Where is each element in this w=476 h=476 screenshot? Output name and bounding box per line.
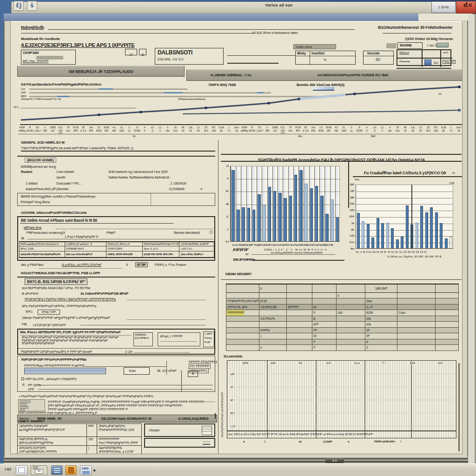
bar	[304, 184, 308, 241]
strip-col: 1.3L66	[187, 126, 194, 133]
lrow-r2b: raceth	[56, 175, 66, 179]
tick1-box[interactable]: 17	[125, 49, 137, 55]
summary-table-cell	[259, 322, 287, 328]
grid-blue-icon[interactable]	[51, 465, 63, 475]
left-table-cell: bGSP P6! OPtP. 9P6 1P6	[142, 251, 179, 258]
strip-col: 17.2	[225, 126, 232, 133]
summary-table-row: a	[226, 292, 459, 298]
bar	[299, 170, 303, 241]
folder-50-icon[interactable]: ▒▒▒ 50	[31, 465, 47, 475]
strip-col: 1.14	[156, 126, 164, 133]
bl-table-cell: IhidPOPDE BPPPPLoL.B9P1S rePaPPPEgPPPPal	[18, 437, 87, 446]
bar	[391, 228, 394, 248]
gantt-divider	[316, 361, 317, 438]
left-table-cell: 3toer. 6. (1-3	[142, 246, 179, 251]
summary-table-cell: P.	[312, 310, 337, 316]
summary-table-cell	[337, 284, 365, 292]
summary-table-cell: a	[337, 292, 365, 298]
summary-table-cell: P.PaPiePP.P9LGPd PaPP	[226, 298, 259, 304]
field2-value[interactable]: E2&.WSL. 0 6. D.0	[158, 58, 183, 61]
teal-chip[interactable]	[436, 43, 449, 47]
strip-col: 1.14	[378, 126, 386, 133]
strip-col: 1.293	[416, 126, 424, 133]
strip-col: 3f36 039	[26, 126, 33, 133]
c2-e3: 2PP	[28, 387, 34, 391]
y-axis-label: PPP	[347, 215, 354, 218]
summary-table-cell: 1BB GMT	[365, 284, 397, 292]
s3-l8: Pf6	[22, 322, 27, 326]
app-icon[interactable]: £j	[13, 1, 24, 11]
grid1-value[interactable]: %	[324, 58, 326, 61]
field1-value[interactable]: BPL.Pec. 1P0P.PP	[23, 60, 48, 63]
field1-chip	[36, 56, 63, 60]
left-tag[interactable]: (BG2OR HOME)	[25, 158, 56, 163]
c2-xrow1: Ve 'u B 3 3c 0b 0f 04 B. 9f 0y 9c 0o 16 …	[356, 251, 427, 253]
right-chip-box: MGfllIE	[397, 42, 423, 49]
cx-b2: APaoL t. PPPPP	[160, 335, 183, 338]
data-point-marker	[354, 93, 356, 95]
s3-l6: RPC	[26, 310, 33, 314]
bar	[263, 205, 266, 241]
strip-col: 6.21C94 76?	[56, 126, 64, 133]
summary-table-cell: 1fTPVLP&. aPie	[226, 304, 259, 310]
gantt-divider	[411, 361, 412, 438]
box2-circle-icon[interactable]	[210, 231, 213, 234]
tab-1[interactable]: SM BEBURSJA JR T3Z/APPLAUDO	[17, 66, 185, 77]
summary-table-cell	[337, 345, 365, 351]
bar	[430, 207, 433, 248]
summary-table-cell	[312, 284, 337, 292]
grid2-value[interactable]: 92	[376, 57, 380, 62]
box2-title: BE Sebte Arcad APbass sant Bacol N 0t Bt	[21, 218, 97, 223]
lrow-r1c: 3Hb toetsont ng Ldtowveoeont f eur (f2f2	[108, 170, 168, 174]
tab-2[interactable]: In.2B08N 33BfB4&.: J lrc	[211, 73, 252, 77]
gantt-left-label: 9P	[230, 399, 234, 402]
bar	[371, 238, 374, 248]
bar	[367, 224, 370, 248]
blue-3469-icon[interactable]: 3469	[80, 465, 92, 475]
summary-table-cell: ee	[312, 304, 337, 310]
close-button[interactable]: d×	[456, 1, 476, 13]
summary-table-cell: P	[312, 339, 337, 345]
blue-3469-label: 3469	[81, 467, 89, 470]
blue-cell[interactable]	[424, 60, 431, 66]
window-title: Varius ad oan	[218, 3, 339, 7]
left-table-cell: fPbPe.PC.3P3c.e P	[106, 242, 143, 246]
lrow-r4c: ≡	[200, 187, 202, 191]
y-axis-label: 10	[221, 165, 229, 167]
right-scroll-rail[interactable]	[458, 363, 460, 451]
bl-table-cell: |	[86, 446, 97, 455]
resize-notch[interactable]: ◄►	[325, 458, 344, 463]
right-panel-title: SGHTilio/fOI badePR AcooubtGe E4U lh DtE…	[258, 158, 424, 162]
line-ytick: 20.1	[13, 106, 18, 108]
summary-table-row: 1fTPVLP&. aPie1 B.0P6.5.5B3PPPPPee3—P	[226, 304, 459, 310]
s3-l6b: PP&? PP	[38, 310, 60, 315]
orange-app-icon[interactable]	[65, 465, 77, 475]
rgrid-r2c1: Pieeoesa	[399, 60, 410, 63]
left-h2: UGGIWL bNeceoIPoe0PO0WbCGrLtete	[21, 211, 87, 215]
summary-table-cell: BOM.	[365, 310, 397, 316]
summary-table-cell	[337, 298, 365, 304]
c2-box1[interactable]: 3i,tec	[124, 367, 150, 375]
dropdown-chip[interactable]: NGfBL2 effL3e	[293, 44, 336, 49]
data-point-marker	[98, 114, 100, 116]
summary-table-cell	[397, 316, 436, 322]
grid1-h1: BEaty	[297, 52, 306, 55]
summary-table-cell	[287, 316, 312, 322]
left-table-cell: PPbFPaPePaPPPcPaP P P PPePP	[142, 242, 179, 246]
bar	[386, 223, 389, 248]
page-icon[interactable]	[16, 465, 27, 475]
header-sub-label: Meadisoat fin roedbota	[21, 37, 60, 41]
restore-button[interactable]: 1 BHB	[431, 1, 456, 13]
strip-col: 109351v2	[49, 126, 56, 133]
doc-icon[interactable]: ŝ	[27, 1, 37, 11]
gantt-mark: ä	[348, 440, 349, 443]
s3-l3: 3s OdbmPtPcP/P6dPOB BPdP	[80, 291, 128, 296]
rgrid-sho: Sho	[434, 61, 438, 64]
left-box1: IBM98 SGrmsgg/fber curbibt o-PaeoerPaese…	[17, 193, 215, 206]
bar	[310, 188, 313, 241]
c2-title-tick: M..	[452, 172, 456, 174]
tab-3[interactable]: 4.6.M0GO0O4GPoemP0N OGREB R1! B60	[317, 73, 389, 77]
cx-dense: tPeLPPeP bPaPPeP PaPPfPePeP tPaPbPePiP P…	[22, 336, 126, 346]
bar	[357, 213, 360, 248]
tick2-box[interactable]: B	[139, 49, 146, 55]
